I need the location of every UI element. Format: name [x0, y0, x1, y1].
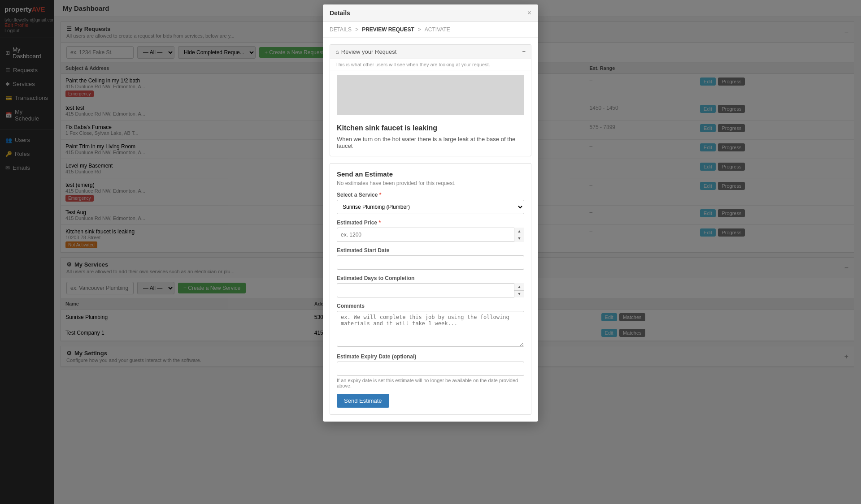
estimate-subtitle: No estimates have been provided for this… [337, 180, 524, 186]
days-completion-group: Estimated Days to Completion 1 ▲ ▼ [337, 275, 524, 297]
modal-close-button[interactable]: × [527, 9, 531, 17]
review-content: Kitchen sink faucet is leaking When we t… [330, 120, 531, 156]
spinner-buttons: ▲ ▼ [514, 228, 524, 242]
required-marker: * [379, 192, 382, 198]
review-header-title: ⌂ Review your Request [335, 48, 396, 55]
days-spinner-buttons: ▲ ▼ [514, 283, 524, 297]
review-request-description: When we turn on the hot water there is a… [337, 136, 524, 149]
service-dropdown[interactable]: Sunrise Plumbing (Plumber) [337, 200, 524, 214]
modal-body: ⌂ Review your Request − This is what oth… [323, 38, 538, 422]
required-marker-price: * [378, 220, 381, 226]
price-spinner: ▲ ▼ [337, 228, 524, 242]
start-date-label: Estimated Start Date [337, 247, 524, 254]
home-icon: ⌂ [335, 48, 339, 55]
estimated-price-label: Estimated Price * [337, 220, 524, 226]
modal-header: Details × [323, 4, 538, 22]
expiry-label: Estimate Expiry Date (optional) [337, 353, 524, 360]
days-decrement[interactable]: ▼ [514, 291, 524, 298]
review-toggle[interactable]: − [522, 48, 526, 55]
step-preview: PREVIEW REQUEST [362, 26, 414, 33]
send-estimate-button[interactable]: Send Estimate [337, 394, 389, 408]
start-date-group: Estimated Start Date 2019-02-06 [337, 247, 524, 270]
review-subtitle: This is what other users will see when t… [330, 59, 531, 70]
modal-title: Details [330, 9, 350, 17]
estimated-price-group: Estimated Price * ▲ ▼ [337, 220, 524, 242]
expiry-date-group: Estimate Expiry Date (optional) 2019-02-… [337, 353, 524, 388]
modal-steps: DETAILS > PREVIEW REQUEST > ACTIVATE [323, 22, 538, 38]
review-image [337, 75, 524, 115]
comments-label: Comments [337, 303, 524, 309]
review-section: ⌂ Review your Request − This is what oth… [330, 44, 531, 156]
modal-overlay: Details × DETAILS > PREVIEW REQUEST > AC… [0, 0, 861, 504]
review-request-title: Kitchen sink faucet is leaking [337, 124, 524, 132]
days-label: Estimated Days to Completion [337, 275, 524, 281]
select-service-label: Select a Service * [337, 192, 524, 198]
select-service-group: Select a Service * Sunrise Plumbing (Plu… [337, 192, 524, 214]
expiry-date-input[interactable]: 2019-02-20 [337, 362, 524, 376]
expiry-note: If an expiry date is set this estimate w… [337, 378, 524, 388]
step-arrow-1: > [355, 26, 358, 33]
comments-group: Comments [337, 303, 524, 348]
price-increment[interactable]: ▲ [514, 228, 524, 235]
step-details: DETAILS [330, 26, 352, 33]
review-header: ⌂ Review your Request − [330, 45, 531, 59]
estimate-section: Send an Estimate No estimates have been … [330, 163, 531, 415]
comments-textarea[interactable] [337, 311, 524, 347]
step-arrow-2: > [418, 26, 421, 33]
modal: Details × DETAILS > PREVIEW REQUEST > AC… [323, 4, 538, 422]
days-input[interactable]: 1 [337, 283, 524, 297]
step-activate: ACTIVATE [425, 26, 450, 33]
price-input[interactable] [337, 228, 524, 242]
price-decrement[interactable]: ▼ [514, 235, 524, 242]
estimate-title: Send an Estimate [337, 170, 524, 178]
start-date-input[interactable]: 2019-02-06 [337, 255, 524, 270]
days-increment[interactable]: ▲ [514, 283, 524, 291]
days-spinner: 1 ▲ ▼ [337, 283, 524, 297]
